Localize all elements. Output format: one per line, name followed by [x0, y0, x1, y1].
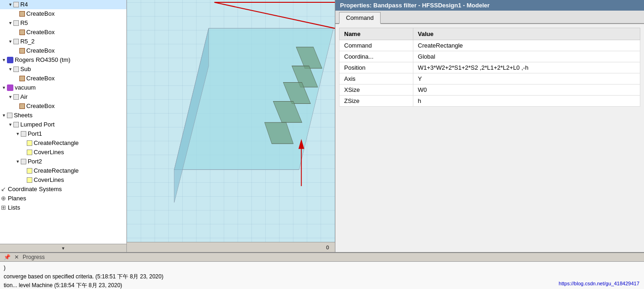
status-prefix: )	[4, 264, 640, 272]
box-icon-sub	[19, 76, 25, 81]
table-row[interactable]: AxisY	[340, 73, 640, 84]
tree-item-r5_2-createbox[interactable]: CreateBox	[0, 46, 126, 55]
tree-label-port1: Port1	[28, 130, 42, 138]
tree-label-air-createbox: CreateBox	[26, 102, 54, 110]
rect-icon-port1-cl	[27, 150, 32, 155]
rect-icon-port2-cr	[27, 168, 32, 174]
tree-label-r5_2: R5_2	[20, 37, 35, 46]
expand-icon-lumped-port[interactable]: ▼	[8, 120, 12, 129]
box-icon-r5_2	[19, 48, 25, 54]
viewport-bottom-bar: 0	[127, 242, 335, 252]
rect-icon-port2-cl	[27, 177, 32, 183]
properties-panel: Properties: Bandpass filter - HFSSDesign…	[335, 0, 644, 252]
expand-icon-sub[interactable]: ▼	[8, 65, 12, 73]
tree-item-port2-coverlines[interactable]: CoverLines	[0, 175, 126, 185]
table-row[interactable]: PositionW1+3*W2+2*S1+2*S2 ,2*L1+2*L2+L0 …	[340, 62, 640, 73]
expand-icon-vacuum[interactable]: ▼	[2, 84, 6, 92]
tree-label-r5-createbox: CreateBox	[26, 28, 54, 36]
tree-label-sheets: Sheets	[14, 111, 32, 120]
close-button-status[interactable]: ✕	[14, 254, 19, 260]
tree-item-lists[interactable]: ⊞ Lists	[0, 203, 126, 212]
tree-item-rogers[interactable]: ▼ Rogers RO4350 (tm)	[0, 55, 126, 65]
tree-item-planes[interactable]: ⊕ Planes	[0, 194, 126, 203]
material-icon-vacuum	[7, 84, 13, 91]
prop-value-1: Global	[413, 51, 640, 62]
prop-name-4: XSize	[340, 84, 413, 96]
tree-item-sub-createbox[interactable]: CreateBox	[0, 74, 126, 83]
table-row[interactable]: ZSizeh	[340, 96, 640, 107]
tree-label-vacuum: vacuum	[15, 84, 36, 92]
tree-label-r4: R4	[20, 0, 28, 9]
properties-table-wrapper[interactable]: Name Value CommandCreateRectangleCoordin…	[335, 24, 644, 252]
tree-label-port1-createrect: CreateRectangle	[34, 139, 79, 147]
planes-icon: ⊕	[1, 194, 6, 203]
table-row[interactable]: XSizeW0	[340, 84, 640, 96]
tree-item-sheets[interactable]: ▼ Sheets	[0, 111, 126, 120]
tree-item-sub[interactable]: ▼ Sub	[0, 65, 126, 74]
tree-item-r5_2[interactable]: ▼ R5_2	[0, 37, 126, 46]
box-icon-r5	[19, 30, 25, 35]
tree-label-sub: Sub	[20, 65, 31, 73]
tree-item-air[interactable]: ▼ Air	[0, 92, 126, 102]
tree-item-port1-createrect[interactable]: CreateRectangle	[0, 138, 126, 148]
status-messages: ) converge based on specified criteria. …	[0, 262, 644, 289]
tree-item-r4[interactable]: ▼ R4	[0, 0, 126, 9]
lists-icon: ⊞	[1, 204, 6, 212]
status-top-bar: 📌 ✕ Progress	[0, 253, 644, 262]
tree-item-port1[interactable]: ▼ Port1	[0, 129, 126, 138]
tree-item-r5-createbox[interactable]: CreateBox	[0, 28, 126, 37]
viewport[interactable]: 0	[127, 0, 335, 252]
box-icon-air	[19, 103, 25, 109]
table-row[interactable]: Coordina...Global	[340, 51, 640, 62]
expand-icon-r5[interactable]: ▼	[8, 19, 12, 27]
expand-icon-port1[interactable]: ▼	[16, 130, 20, 138]
3d-scene	[127, 0, 335, 252]
tree-item-air-createbox[interactable]: CreateBox	[0, 102, 126, 111]
table-row[interactable]: CommandCreateRectangle	[340, 40, 640, 51]
tree-label-port2: Port2	[28, 157, 42, 166]
prop-name-5: ZSize	[340, 96, 413, 107]
box-icon-r4	[19, 11, 25, 17]
tree-item-lumped-port[interactable]: ▼ Lumped Port	[0, 120, 126, 129]
tree-item-port2-createrect[interactable]: CreateRectangle	[0, 166, 126, 175]
tree-item-port2[interactable]: ▼ Port2	[0, 157, 126, 166]
tree-label-port2-createrect: CreateRectangle	[34, 167, 79, 175]
properties-header: Properties: Bandpass filter - HFSSDesign…	[335, 0, 644, 11]
expand-icon-r5_2[interactable]: ▼	[8, 37, 12, 46]
tree-item-coord-systems[interactable]: ↙ Coordinate Systems	[0, 185, 126, 194]
material-icon-rogers	[7, 57, 13, 63]
tab-command[interactable]: Command	[339, 12, 381, 24]
tree-label-lists: Lists	[8, 204, 20, 212]
tree-item-vacuum[interactable]: ▼ vacuum	[0, 83, 126, 92]
prop-value-2: W1+3*W2+2*S1+2*S2 ,2*L1+2*L2+L0 ,-h	[413, 62, 640, 73]
expand-icon-rogers[interactable]: ▼	[2, 56, 6, 64]
status-message-0: converge based on specified criteria. (5…	[4, 272, 640, 281]
properties-table: Name Value CommandCreateRectangleCoordin…	[339, 28, 640, 107]
tree-label-coord-systems: Coordinate Systems	[8, 185, 62, 193]
prop-value-4: W0	[413, 84, 640, 96]
tree-label-sub-createbox: CreateBox	[26, 74, 54, 83]
rect-icon-port1-cr	[27, 140, 32, 146]
tree-label-planes: Planes	[8, 194, 26, 203]
status-url[interactable]: https://blog.csdn.net/gu_418429417	[559, 281, 639, 286]
tree-item-port1-coverlines[interactable]: CoverLines	[0, 148, 126, 157]
tree-item-r4-createbox[interactable]: CreateBox	[0, 9, 126, 18]
tree-label-port2-coverlines: CoverLines	[34, 176, 64, 184]
expand-icon-port2[interactable]: ▼	[16, 157, 20, 166]
col-header-name: Name	[340, 28, 413, 40]
tree-label-r5_2-createbox: CreateBox	[26, 47, 54, 55]
status-message-1: tion... level Machine (5:18:54 下午 8月 23,…	[4, 281, 640, 289]
expand-icon-r4[interactable]: ▼	[8, 0, 12, 9]
prop-name-1: Coordina...	[340, 51, 413, 62]
expand-icon-air[interactable]: ▼	[8, 93, 12, 101]
prop-name-3: Axis	[340, 73, 413, 84]
tree-label-port1-coverlines: CoverLines	[34, 148, 64, 157]
tree-item-r5[interactable]: ▼ R5	[0, 18, 126, 28]
tree-label-lumped-port: Lumped Port	[20, 120, 54, 129]
prop-value-5: h	[413, 96, 640, 107]
scroll-down-arrow[interactable]: ▼	[0, 244, 126, 252]
progress-label: Progress	[23, 254, 45, 260]
prop-name-0: Command	[340, 40, 413, 51]
prop-name-2: Position	[340, 62, 413, 73]
expand-icon-sheets[interactable]: ▼	[2, 111, 6, 120]
